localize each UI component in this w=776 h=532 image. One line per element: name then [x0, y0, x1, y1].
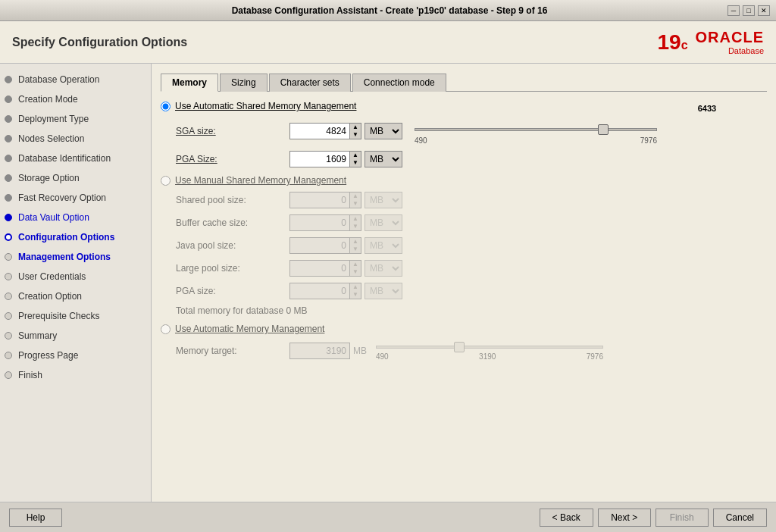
oracle-logo: 19 c ORACLE Database: [657, 29, 764, 55]
sidebar-item-management-options[interactable]: Management Options: [0, 247, 151, 267]
maximize-button[interactable]: □: [743, 5, 755, 16]
manual-pga-input: [289, 283, 350, 299]
manual-shared-memory-section: Use Manual Shared Memory Management Shar…: [161, 175, 767, 316]
sidebar-item-configuration-options[interactable]: Configuration Options: [0, 227, 151, 247]
sidebar-item-user-credentials[interactable]: User Credentials: [0, 267, 151, 286]
pga-row: PGA Size: 1609 ▲ ▼ MB GB: [176, 151, 767, 167]
tab-memory[interactable]: Memory: [161, 74, 218, 92]
pga-label: PGA Size:: [176, 154, 289, 164]
sidebar-item-storage-option[interactable]: Storage Option: [0, 168, 151, 188]
sga-input-spinner: 4824 ▲ ▼: [289, 123, 361, 139]
pga-down[interactable]: ▼: [350, 159, 361, 167]
auto-shared-memory-radio[interactable]: [161, 102, 171, 111]
bullet-management-options: [5, 253, 12, 261]
auto-memory-radio-label[interactable]: Use Automatic Memory Management: [161, 324, 767, 334]
memory-target-slider-labels: 490 3190 7976: [376, 352, 603, 361]
sga-spinner[interactable]: ▲ ▼: [350, 123, 361, 139]
memory-target-label: Memory target:: [176, 346, 289, 356]
sidebar-item-creation-option[interactable]: Creation Option: [0, 286, 151, 306]
sidebar-item-summary[interactable]: Summary: [0, 326, 151, 346]
manual-shared-memory-radio[interactable]: [161, 176, 171, 186]
java-pool-label: Java pool size:: [176, 240, 289, 251]
large-pool-down: ▼: [350, 268, 361, 276]
sidebar-item-prerequisite-checks[interactable]: Prerequisite Checks: [0, 306, 151, 326]
bullet-progress-page: [5, 352, 12, 359]
pga-unit[interactable]: MB GB: [365, 151, 402, 167]
page-title: Specify Configuration Options: [12, 36, 187, 49]
sga-slider[interactable]: [415, 128, 657, 131]
bullet-creation-option: [5, 293, 12, 300]
sga-down[interactable]: ▼: [350, 131, 361, 139]
shared-pool-label: Shared pool size:: [176, 195, 289, 205]
bullet-nodes-selection: [5, 135, 12, 142]
auto-memory-radio[interactable]: [161, 324, 171, 334]
tab-connection-mode[interactable]: Connection mode: [352, 74, 446, 92]
sidebar-item-progress-page[interactable]: Progress Page: [0, 346, 151, 365]
sidebar-item-nodes-selection[interactable]: Nodes Selection: [0, 129, 151, 149]
bullet-configuration-options: [5, 233, 12, 241]
auto-shared-memory-label: Use Automatic Shared Memory Management: [175, 101, 356, 111]
sga-up[interactable]: ▲: [350, 124, 361, 131]
manual-pga-up: ▲: [350, 283, 361, 291]
sidebar-item-fast-recovery-option[interactable]: Fast Recovery Option: [0, 188, 151, 208]
shared-pool-spinner: ▲ ▼: [350, 192, 361, 208]
java-pool-spinner: ▲ ▼: [350, 237, 361, 254]
sga-slider-area: 6433 490 7976: [415, 117, 767, 145]
auto-shared-memory-radio-label[interactable]: Use Automatic Shared Memory Management: [161, 101, 767, 111]
sidebar-item-deployment-type[interactable]: Deployment Type: [0, 109, 151, 129]
manual-shared-memory-radio-label[interactable]: Use Manual Shared Memory Management: [161, 175, 767, 186]
java-pool-up: ▲: [350, 238, 361, 246]
cancel-button[interactable]: Cancel: [713, 509, 767, 527]
memory-target-input: [289, 343, 350, 359]
sga-slider-wrapper: 6433: [415, 117, 767, 133]
tab-bar: Memory Sizing Character sets Connection …: [161, 73, 767, 92]
memory-target-unit: MB: [353, 346, 367, 356]
window-title: Database Configuration Assistant - Creat…: [52, 5, 728, 16]
back-button[interactable]: < Back: [540, 509, 593, 527]
manual-pga-label: PGA size:: [176, 286, 289, 296]
sidebar-item-finish[interactable]: Finish: [0, 365, 151, 385]
bullet-prerequisite-checks: [5, 312, 12, 320]
main-window: Specify Configuration Options 19 c ORACL…: [0, 21, 776, 532]
pga-input[interactable]: 1609: [289, 151, 350, 167]
oracle-sub: Database: [696, 46, 764, 55]
large-pool-input-spinner: ▲ ▼: [289, 260, 361, 277]
java-pool-input: [289, 237, 350, 254]
bullet-deployment-type: [5, 115, 12, 123]
sga-input[interactable]: 4824: [289, 123, 350, 139]
sidebar-item-database-operation[interactable]: Database Operation: [0, 70, 151, 89]
help-button[interactable]: Help: [9, 509, 62, 527]
java-pool-input-spinner: ▲ ▼: [289, 237, 361, 254]
buffer-cache-input-spinner: ▲ ▼: [289, 214, 361, 231]
manual-pga-spinner: ▲ ▼: [350, 283, 361, 299]
shared-pool-down: ▼: [350, 200, 361, 208]
tab-character-sets[interactable]: Character sets: [269, 74, 351, 92]
sidebar-item-data-vault-option[interactable]: Data Vault Option: [0, 208, 151, 227]
memory-target-slider: [376, 346, 603, 349]
footer-nav-buttons: < Back Next > Finish Cancel: [540, 509, 767, 527]
sga-slider-value: 6433: [698, 104, 716, 113]
pga-spinner[interactable]: ▲ ▼: [350, 151, 361, 167]
large-pool-input: [289, 260, 350, 277]
shared-pool-input: [289, 192, 350, 208]
pga-up[interactable]: ▲: [350, 152, 361, 159]
next-button[interactable]: Next >: [598, 509, 651, 527]
oracle-brand: ORACLE: [696, 29, 764, 46]
minimize-button[interactable]: ─: [728, 5, 740, 16]
tab-sizing[interactable]: Sizing: [220, 74, 268, 92]
bullet-storage-option: [5, 174, 12, 182]
sidebar-item-creation-mode[interactable]: Creation Mode: [0, 89, 151, 109]
sga-unit[interactable]: MB GB: [365, 123, 402, 139]
sga-max-label: 7976: [640, 136, 657, 145]
bullet-summary: [5, 332, 12, 340]
auto-shared-memory-section: Use Automatic Shared Memory Management S…: [161, 101, 767, 167]
close-button[interactable]: ✕: [758, 5, 770, 16]
bullet-data-vault-option: [5, 214, 12, 221]
manual-pga-unit: MB: [365, 283, 402, 299]
buffer-cache-down: ▼: [350, 223, 361, 230]
buffer-cache-row: Buffer cache size: ▲ ▼ MB: [176, 214, 767, 231]
auto-memory-label: Use Automatic Memory Management: [175, 324, 324, 334]
sga-min-label: 490: [415, 136, 427, 145]
bullet-database-operation: [5, 76, 12, 83]
sidebar-item-database-identification[interactable]: Database Identification: [0, 149, 151, 168]
